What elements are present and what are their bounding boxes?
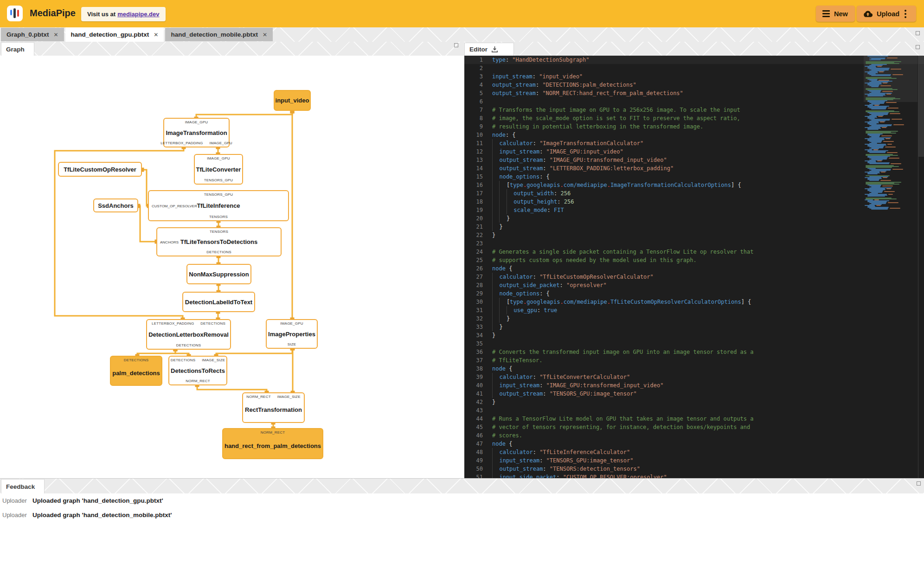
port-labels: NORM_RECT bbox=[186, 379, 210, 383]
tab-editor[interactable]: Editor bbox=[464, 43, 514, 56]
code-line: 1type: "HandDetectionSubgraph" bbox=[464, 56, 924, 64]
port-labels: IMAGE_GPU bbox=[207, 156, 230, 160]
node-title: TfLiteInference bbox=[197, 197, 240, 215]
port-labels: IMAGE_GPU bbox=[185, 120, 208, 124]
upload-more-icon[interactable] bbox=[905, 10, 906, 18]
maximize-editor-pane-button[interactable] bbox=[916, 45, 920, 49]
code-lines[interactable]: 1type: "HandDetectionSubgraph"23input_st… bbox=[464, 56, 924, 478]
line-number: 42 bbox=[464, 398, 483, 406]
graph-node-hand_rect_from_palm_detections[interactable]: NORM_RECThand_rect_from_palm_detections bbox=[222, 428, 323, 459]
graph-tab-label: Graph bbox=[6, 46, 25, 53]
line-number: 18 bbox=[464, 198, 483, 206]
mediapipe-dev-link[interactable]: mediapipe.dev bbox=[117, 11, 159, 18]
tab-feedback[interactable]: Feedback bbox=[1, 479, 45, 493]
graph-node-RectTransformation[interactable]: NORM_RECTIMAGE_SIZERectTransformation bbox=[242, 392, 305, 423]
line-number: 5 bbox=[464, 89, 483, 97]
node-title: TfLiteConverter bbox=[196, 160, 241, 178]
code-line: 36# Converts the transformed input image… bbox=[464, 348, 924, 356]
graph-node-ImageTransformation[interactable]: IMAGE_GPUImageTransformationLETTERBOX_PA… bbox=[163, 118, 230, 147]
code-line: 15node_options: { bbox=[464, 173, 924, 181]
feedback-source: Uploader bbox=[0, 512, 32, 518]
graph-node-DetectionLabelIdToText[interactable]: DetectionLabelIdToText bbox=[182, 292, 255, 312]
port-label-left: CUSTOM_OP_RESOLVER bbox=[152, 204, 197, 208]
code-line: 50output_stream: "TENSORS:detection_tens… bbox=[464, 465, 924, 473]
visit-prefix: Visit us at bbox=[87, 11, 116, 18]
editor-tab-label: Editor bbox=[469, 46, 488, 53]
maximize-tabs-button[interactable] bbox=[916, 31, 920, 35]
editor-minimap[interactable] bbox=[864, 56, 918, 478]
file-tab-label: Graph_0.pbtxt bbox=[6, 31, 49, 38]
node-title: hand_rect_from_palm_detections bbox=[225, 435, 321, 457]
graph-node-SsdAnchors[interactable]: SsdAnchors bbox=[93, 198, 138, 212]
graph-node-input_video[interactable]: input_video bbox=[274, 90, 311, 111]
line-number: 41 bbox=[464, 390, 483, 398]
line-number: 39 bbox=[464, 373, 483, 381]
port-labels: NORM_RECT bbox=[261, 430, 285, 435]
code-line: 18output_height: 256 bbox=[464, 198, 924, 206]
feedback-message: Uploaded graph 'hand_detection_gpu.pbtxt… bbox=[32, 497, 163, 504]
port-labels: TENSORS_GPU bbox=[204, 178, 233, 182]
file-tab-2[interactable]: hand_detection_mobile.pbtxt✕ bbox=[165, 28, 273, 41]
line-number: 47 bbox=[464, 440, 483, 448]
feedback-tab-strip: Feedback bbox=[0, 479, 924, 493]
graph-node-DetectionsToRects[interactable]: DETECTIONSIMAGE_SIZEDetectionsToRectsNOR… bbox=[168, 356, 227, 385]
graph-node-NonMaxSuppression[interactable]: NonMaxSuppression bbox=[186, 264, 251, 284]
graph-node-TfLiteTensorsToDetections[interactable]: TENSORSTfLiteTensorsToDetectionsDETECTIO… bbox=[156, 227, 282, 256]
graph-canvas[interactable]: input_videoIMAGE_GPUImageTransformationL… bbox=[0, 56, 464, 478]
code-line: 31use_gpu: true bbox=[464, 306, 924, 314]
node-title: SsdAnchors bbox=[98, 201, 134, 210]
line-number: 36 bbox=[464, 348, 483, 356]
port-labels: DETECTIONS bbox=[124, 358, 149, 362]
graph-node-TfLiteCustomOpResolver[interactable]: TfLiteCustomOpResolver bbox=[58, 162, 142, 177]
line-number: 16 bbox=[464, 181, 483, 189]
line-number: 19 bbox=[464, 206, 483, 214]
line-number: 8 bbox=[464, 114, 483, 122]
node-title: input_video bbox=[276, 92, 309, 109]
graph-node-ImageProperties[interactable]: IMAGE_GPUImagePropertiesSIZE bbox=[266, 319, 318, 349]
line-number: 38 bbox=[464, 365, 483, 373]
line-number: 17 bbox=[464, 189, 483, 198]
line-number: 50 bbox=[464, 465, 483, 473]
download-icon[interactable] bbox=[491, 46, 498, 53]
code-line: 20} bbox=[464, 214, 924, 223]
line-number: 51 bbox=[464, 473, 483, 478]
code-line: 28output_side_packet: "opresolver" bbox=[464, 281, 924, 289]
graph-node-TfLiteInference[interactable]: TENSORS_GPUTfLiteInferenceTENSORSCUSTOM_… bbox=[148, 190, 289, 221]
line-number: 11 bbox=[464, 139, 483, 147]
graph-node-palm_detections[interactable]: DETECTIONSpalm_detections bbox=[110, 356, 162, 386]
code-line: 4output_stream: "DETECTIONS:palm_detecti… bbox=[464, 81, 924, 89]
editor-scrollbar[interactable] bbox=[918, 56, 924, 157]
file-tab-0[interactable]: Graph_0.pbtxt✕ bbox=[1, 28, 64, 41]
header-bar: MediaPipe Visit us at mediapipe.dev New … bbox=[0, 0, 924, 27]
panel-tab-strip: Graph Editor bbox=[0, 42, 924, 56]
graph-node-DetectionLetterboxRemoval[interactable]: LETTERBOX_PADDINGDETECTIONSDetectionLett… bbox=[146, 319, 231, 350]
new-button[interactable]: New bbox=[816, 6, 855, 22]
close-tab-icon[interactable]: ✕ bbox=[154, 32, 158, 38]
maximize-feedback-pane-button[interactable] bbox=[917, 481, 921, 486]
graph-node-TfLiteConverter[interactable]: IMAGE_GPUTfLiteConverterTENSORS_GPU bbox=[194, 154, 243, 185]
node-title: DetectionsToRects bbox=[171, 362, 225, 379]
upload-button[interactable]: Upload bbox=[857, 6, 916, 22]
code-line: 8# image, the scale_mode option is set t… bbox=[464, 114, 924, 122]
code-line: 45# vector of tensors representing, for … bbox=[464, 423, 924, 431]
line-number: 34 bbox=[464, 331, 483, 339]
tab-graph[interactable]: Graph bbox=[1, 42, 34, 56]
line-number: 25 bbox=[464, 256, 483, 264]
code-line: 40input_stream: "IMAGE_GPU:transformed_i… bbox=[464, 381, 924, 390]
file-tab-1[interactable]: hand_detection_gpu.pbtxt✕ bbox=[65, 27, 164, 42]
line-number: 35 bbox=[464, 339, 483, 348]
close-tab-icon[interactable]: ✕ bbox=[54, 32, 58, 38]
close-tab-icon[interactable]: ✕ bbox=[263, 32, 267, 38]
node-title: RectTransformation bbox=[245, 399, 302, 421]
code-line: 9# resulting in potential letterboxing i… bbox=[464, 122, 924, 131]
line-number: 10 bbox=[464, 131, 483, 139]
maximize-graph-pane-button[interactable] bbox=[454, 43, 458, 47]
code-line: 10node: { bbox=[464, 131, 924, 139]
code-line: 30[type.googleapis.com/mediapipe.TfLiteC… bbox=[464, 298, 924, 306]
port-labels: DETECTIONSIMAGE_SIZE bbox=[171, 358, 225, 362]
visit-chip: Visit us at mediapipe.dev bbox=[81, 7, 166, 21]
line-number: 48 bbox=[464, 448, 483, 456]
code-editor[interactable]: 1type: "HandDetectionSubgraph"23input_st… bbox=[464, 56, 924, 478]
line-number: 2 bbox=[464, 64, 483, 72]
feedback-row: UploaderUploaded graph 'hand_detection_m… bbox=[0, 508, 924, 522]
